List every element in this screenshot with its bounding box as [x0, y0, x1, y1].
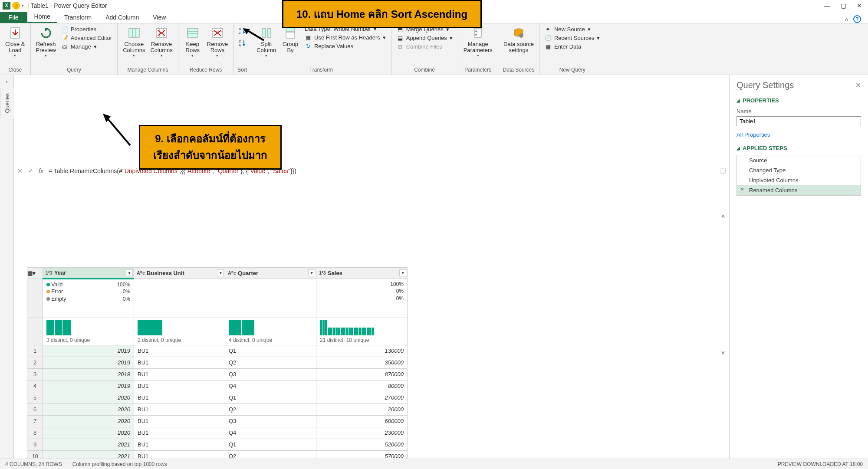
table-row[interactable]: 72020BU1Q3600000 — [27, 415, 408, 427]
table-corner-icon[interactable]: ▦▾ — [27, 267, 43, 279]
scroll-up-icon[interactable]: ʌ — [721, 213, 725, 220]
distinct-bu: 2 distinct, 0 unique — [134, 318, 225, 345]
filter-dropdown-icon[interactable]: ▾ — [399, 269, 406, 276]
step-source[interactable]: Source — [737, 155, 861, 165]
data-source-settings-button[interactable]: Data source settings — [502, 25, 536, 55]
group-transform-label: Transform — [309, 66, 333, 75]
query-settings-pane: Query Settings✕ ◢PROPERTIES Name All Pro… — [729, 75, 868, 459]
smile-icon: ☺ — [12, 2, 20, 10]
applied-steps-header: APPLIED STEPS — [743, 145, 787, 151]
column-header-business-unit[interactable]: AᴮcBusiness Unit ▾ — [134, 267, 225, 279]
query-name-input[interactable] — [736, 116, 861, 126]
query-settings-title: Query Settings — [736, 80, 794, 90]
group-data-sources-label: Data Sources — [503, 66, 535, 75]
table-row[interactable]: 42019BU1Q480000 — [27, 380, 408, 392]
excel-icon: X — [3, 2, 10, 10]
table-row[interactable]: 12019BU1Q1130000 — [27, 345, 408, 357]
scroll-down-icon[interactable]: v — [722, 349, 725, 356]
remove-rows-button[interactable]: Remove Rows▾ — [205, 25, 230, 59]
tab-home[interactable]: Home — [27, 11, 57, 23]
svg-rect-3 — [129, 29, 139, 37]
refresh-preview-button[interactable]: Refresh Preview▾ — [34, 25, 58, 59]
recent-sources-button[interactable]: 🕘Recent Sources ▾ — [543, 34, 602, 42]
choose-columns-button[interactable]: Choose Columns▾ — [121, 25, 147, 59]
group-sort-label: Sort — [237, 66, 247, 75]
ribbon-collapse[interactable]: ʌ — [845, 16, 848, 22]
callout-10: 10. แถบ Home คลิก Sort Ascending — [282, 0, 482, 28]
name-label: Name — [736, 108, 861, 115]
step-changed-type[interactable]: Changed Type — [737, 165, 861, 175]
properties-button[interactable]: 📄Properties — [59, 25, 114, 33]
group-manage-columns-label: Manage Columns — [127, 66, 168, 75]
manage-button[interactable]: 🗂Manage ▾ — [59, 43, 114, 50]
help-icon[interactable]: ? — [853, 15, 861, 23]
quality-bu — [134, 279, 225, 318]
column-header-quarter[interactable]: AᴮcQuarter ▾ — [225, 267, 316, 279]
status-preview-time: PREVIEW DOWNLOADED AT 18:00 — [778, 461, 863, 467]
window-title: Table1 - Power Query Editor — [31, 2, 107, 9]
tab-view[interactable]: View — [146, 12, 173, 23]
arrow-9 — [102, 113, 132, 148]
table-row[interactable]: 82020BU1Q4230000 — [27, 427, 408, 439]
step-renamed-columns[interactable]: Renamed Columns — [737, 185, 861, 195]
combine-files-button[interactable]: ⊞Combine Files — [395, 43, 454, 50]
svg-point-31 — [475, 30, 477, 32]
all-properties-link[interactable]: All Properties — [736, 131, 861, 138]
queries-pane-tab[interactable]: Queries — [0, 88, 14, 118]
filter-dropdown-icon[interactable]: ▾ — [126, 269, 133, 276]
svg-text:A: A — [239, 43, 241, 47]
expand-queries-button[interactable]: › — [0, 75, 14, 88]
append-queries-button[interactable]: ⬓Append Queries ▾ — [395, 34, 454, 42]
table-row[interactable]: 52020BU1Q1270000 — [27, 392, 408, 403]
step-unpivoted[interactable]: Unpivoted Columns — [737, 175, 861, 185]
group-parameters-label: Parameters — [464, 66, 491, 75]
group-new-query-label: New Query — [559, 66, 585, 75]
filter-dropdown-icon[interactable]: ▾ — [308, 269, 315, 276]
maximize-button[interactable]: ▢ — [841, 2, 846, 9]
distinct-sales: 21 distinct, 18 unique — [316, 318, 408, 345]
ribbon: Close & Load▾ Close Refresh Preview▾ 📄Pr… — [0, 23, 868, 75]
cancel-formula-icon[interactable]: ✕ — [17, 167, 23, 174]
table-row[interactable]: 62020BU1Q220000 — [27, 403, 408, 415]
keep-rows-button[interactable]: Keep Rows▾ — [182, 25, 204, 59]
commit-formula-icon[interactable]: ✓ — [28, 167, 33, 175]
close-button[interactable]: ✕ — [857, 2, 862, 9]
table-row[interactable]: 92021BU1Q1520000 — [27, 439, 408, 450]
new-source-button[interactable]: ✦New Source ▾ — [543, 25, 602, 33]
column-header-sales[interactable]: 1²3Sales ▾ — [316, 267, 408, 279]
vertical-scrollbar[interactable]: ʌ v — [719, 113, 727, 356]
distinct-quarter: 4 distinct, 0 unique — [225, 318, 316, 345]
close-settings-icon[interactable]: ✕ — [855, 81, 861, 89]
enter-data-button[interactable]: ▦Enter Data — [543, 43, 602, 50]
quality-sales: 100% 0% 0% — [316, 279, 408, 318]
svg-line-37 — [106, 117, 130, 145]
replace-values-button[interactable]: ↻Replace Values — [303, 42, 388, 50]
advanced-editor-button[interactable]: 📝Advanced Editor — [59, 34, 114, 42]
group-query-label: Query — [67, 66, 81, 75]
tab-add-column[interactable]: Add Column — [99, 12, 146, 23]
qat-dropdown[interactable]: ▾ — [22, 3, 24, 8]
minimize-button[interactable]: — — [824, 2, 830, 9]
close-load-button[interactable]: Close & Load▾ — [3, 25, 27, 59]
properties-header: PROPERTIES — [743, 97, 779, 104]
tab-transform[interactable]: Transform — [57, 12, 99, 23]
separator: | — [27, 2, 29, 9]
table-row[interactable]: 102021BU1Q2570000 — [27, 450, 408, 459]
filter-dropdown-icon[interactable]: ▾ — [217, 269, 224, 276]
manage-parameters-button[interactable]: Manage Parameters▾ — [462, 25, 494, 59]
tab-file[interactable]: File — [0, 12, 27, 23]
svg-text:Z: Z — [239, 39, 241, 43]
fx-icon[interactable]: fx — [39, 167, 43, 174]
table-row[interactable]: 32019BU1Q3870000 — [27, 368, 408, 380]
table-row[interactable]: 22019BU1Q2350000 — [27, 357, 408, 368]
status-profiling: Column profiling based on top 1000 rows — [72, 461, 167, 467]
first-row-headers-button[interactable]: ▦Use First Row as Headers ▾ — [303, 33, 388, 41]
group-by-button[interactable]: Group By — [279, 25, 301, 55]
svg-point-34 — [519, 33, 523, 38]
svg-rect-28 — [286, 28, 295, 31]
remove-columns-button[interactable]: Remove Columns▾ — [148, 25, 174, 59]
column-header-year[interactable]: 1²3Year ▾ — [43, 267, 134, 279]
svg-rect-11 — [187, 29, 198, 37]
svg-rect-30 — [474, 29, 481, 37]
quality-year: Valid100% Error0% Empty0% — [43, 279, 134, 318]
